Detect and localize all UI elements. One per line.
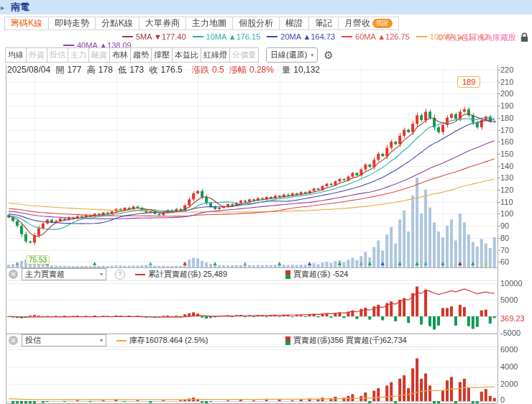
- ma-line-swatch: [341, 36, 352, 37]
- ma-line-swatch: [122, 36, 133, 37]
- high-value: 178: [98, 65, 113, 75]
- y-tick-label: 130: [500, 173, 513, 182]
- ma-legend-10ma: 10MA ▲176.15: [193, 32, 261, 41]
- tab-1[interactable]: 籌碼K線: [4, 17, 49, 30]
- treasury-note-text: 粉紅色區塊為庫藏股: [445, 32, 516, 43]
- window-arrow-icon: ▸: [1, 4, 8, 12]
- info-icon: ⊙: [437, 33, 444, 42]
- title-bar: ▸ 南電: [0, 0, 532, 14]
- y-tick-label: 6000: [500, 345, 518, 354]
- open-label: 開: [55, 65, 64, 75]
- panel3-close-icon[interactable]: ✕: [9, 336, 18, 345]
- change-pct-label: 漲幅: [229, 65, 247, 75]
- volume-value: 10,132: [293, 65, 320, 75]
- tab-9[interactable]: 月營收獨家: [339, 17, 399, 30]
- panel3-bar-legend: 買賣超(張)356 買賣超(千)62,734: [293, 335, 407, 346]
- ma-legend-20ma: 20MA ▲164.73: [267, 32, 335, 41]
- chevron-down-icon: ▾: [100, 337, 103, 344]
- toolbar-button-10[interactable]: 紅綠燈: [201, 47, 230, 63]
- panel3-line-legend: 庫存16078.464 (2.5%): [129, 335, 208, 346]
- y-tick-label: 4000: [500, 362, 518, 371]
- toolbar-button-3[interactable]: 投信: [47, 47, 68, 63]
- panel2-indicator-label: 主力買賣超: [25, 269, 65, 280]
- y-tick-label: 170: [500, 126, 513, 134]
- panel2-header: ✕ 主力買賣超▾ ? 累計買賣超(張) 25,489 買賣超(張) -524: [6, 267, 497, 281]
- y-tick-label: 220: [500, 65, 513, 74]
- y-tick-label: 210: [500, 78, 513, 86]
- panel3-indicator-select[interactable]: 投信▾: [22, 334, 106, 346]
- tab-bar: 籌碼K線即時走勢分點K線大單券商主力地圖個股分析權證筆記月營收獨家: [0, 14, 532, 32]
- y-tick-label: 80: [500, 234, 509, 242]
- toolbar-button-9[interactable]: 本益比: [172, 47, 201, 63]
- y-tick-label: 100: [500, 209, 513, 218]
- y-tick-label: 190: [500, 101, 513, 110]
- tab-4[interactable]: 大單券商: [139, 17, 186, 30]
- ma-legend-text: 60MA ▲126.75: [355, 32, 410, 41]
- y-tick-label: 110: [500, 198, 513, 206]
- y-tick-label: 5000: [500, 295, 518, 304]
- tab-8[interactable]: 筆記: [309, 17, 339, 30]
- toolbar-button-7[interactable]: 趨勢: [130, 47, 152, 63]
- ma-legend-text: 5MA ▼177.40: [136, 32, 186, 41]
- y-tick-label: 10000: [500, 279, 523, 288]
- panel2-indicator-select[interactable]: 主力買賣超▾: [22, 268, 106, 280]
- change-pct-value: 0.28%: [249, 65, 274, 75]
- panel2-line-swatch: [135, 274, 145, 275]
- ma-line-swatch: [267, 36, 278, 37]
- y-tick-label: -5000: [500, 329, 520, 337]
- change-value: 0.5: [212, 65, 224, 75]
- ma-line-swatch: [193, 36, 203, 37]
- period-select[interactable]: 日線(還原)▾: [266, 47, 318, 63]
- y-tick-label: 60: [500, 257, 509, 266]
- tab-5[interactable]: 主力地圖: [186, 17, 233, 30]
- volume-label: 量: [282, 65, 290, 75]
- toolbar-button-1[interactable]: 均線: [5, 47, 27, 63]
- panel3-indicator-label: 投信: [25, 335, 41, 346]
- ma-line-swatch: [63, 45, 74, 46]
- panel2-bar-swatch-icon: [285, 270, 290, 279]
- y-tick-label: 70: [500, 246, 509, 254]
- high-label: 高: [87, 65, 96, 75]
- toolbar-button-6[interactable]: 布林: [109, 47, 131, 63]
- low-label: 低: [118, 65, 127, 75]
- ma-legend-text: 20MA ▲164.73: [280, 32, 335, 41]
- ma-legend-row1: 5MA ▼177.4010MA ▲176.1520MA ▲164.7360MA …: [122, 32, 488, 41]
- panel3-header: ✕ 投信▾ 庫存16078.464 (2.5%) 買賣超(張)356 買賣超(千…: [6, 334, 497, 347]
- y-tick-label: 90: [500, 221, 509, 230]
- change-label: 漲跌: [192, 65, 209, 75]
- period-select-label: 日線(還原): [270, 50, 307, 60]
- close-label: 收: [150, 65, 158, 75]
- open-value: 177: [67, 65, 81, 75]
- panel2-current-value: 369.23: [500, 314, 525, 323]
- indicator-toolbar: 均線外資投信主力融資布林趨勢撐壓本益比紅綠燈分價量日線(還原)▾⚙: [6, 47, 334, 63]
- tab-2[interactable]: 即時走勢: [49, 17, 96, 30]
- toolbar-button-5[interactable]: 融資: [88, 47, 110, 63]
- toolbar-button-2[interactable]: 外資: [26, 47, 47, 63]
- panel2-help-icon[interactable]: ?: [115, 270, 125, 280]
- y-tick-label: 160: [500, 137, 513, 146]
- quote-row: 2025/08/04 開177 高178 低173 收176.5 漲跌0.5 漲…: [7, 64, 323, 76]
- y-tick-label: 120: [500, 185, 513, 194]
- gear-icon[interactable]: ⚙: [324, 50, 333, 60]
- y-tick-label: 200: [500, 89, 513, 98]
- tab-6[interactable]: 個股分析: [233, 17, 280, 30]
- panel3-bar-swatch-icon: [285, 336, 290, 345]
- tab-3[interactable]: 分點K線: [96, 17, 139, 30]
- exclusive-badge: 獨家: [372, 19, 393, 28]
- chevron-down-icon: ▾: [100, 271, 103, 277]
- panel2-bar-legend: 買賣超(張) -524: [293, 269, 348, 280]
- panel3-line-swatch: [116, 340, 127, 341]
- toolbar-button-4[interactable]: 主力: [68, 47, 89, 63]
- low-price-callout: 75.53: [26, 255, 50, 265]
- y-tick-label: 180: [500, 114, 513, 122]
- lock-icon[interactable]: [520, 32, 529, 42]
- high-price-callout: 189: [457, 76, 480, 88]
- panel2-close-icon[interactable]: ✕: [9, 270, 18, 279]
- toolbar-button-11[interactable]: 分價量: [229, 47, 259, 63]
- ma-legend-text: 10MA ▲176.15: [206, 32, 261, 41]
- ma-legend-60ma: 60MA ▲126.75: [341, 32, 410, 41]
- toolbar-button-8[interactable]: 撐壓: [151, 47, 173, 63]
- tab-7[interactable]: 權證: [280, 17, 309, 30]
- chevron-down-icon: ▾: [311, 52, 313, 58]
- y-tick-label: 2000: [500, 380, 518, 388]
